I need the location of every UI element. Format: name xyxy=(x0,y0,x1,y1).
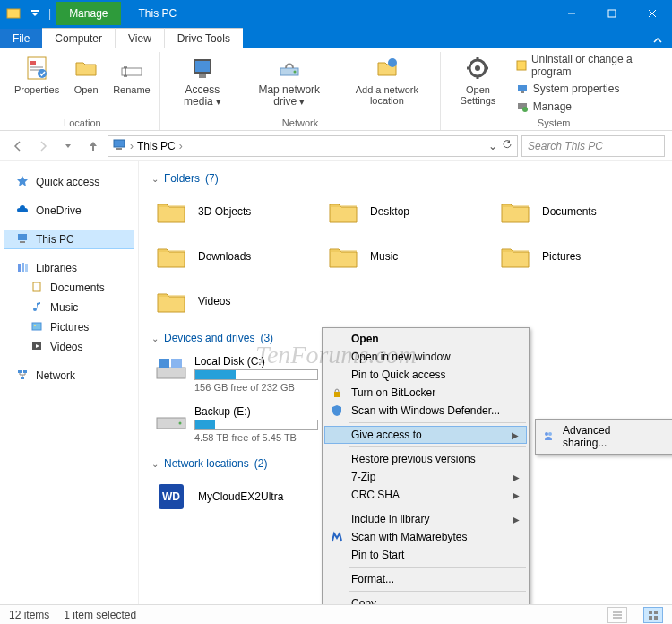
ribbon-tabs: File Computer View Drive Tools xyxy=(0,27,672,48)
ribbon-group-label: Network xyxy=(166,116,435,130)
view-tab[interactable]: View xyxy=(115,28,164,48)
add-network-location-button[interactable]: Add a network location xyxy=(339,52,435,108)
ctx-pin-quick-access[interactable]: Pin to Quick access xyxy=(324,366,527,384)
ctx-include-in-library[interactable]: Include in library▶ xyxy=(324,510,527,528)
open-settings-button[interactable]: Open Settings xyxy=(446,52,509,108)
music-icon xyxy=(30,300,45,315)
map-drive-icon xyxy=(275,54,304,82)
rename-icon xyxy=(117,54,146,82)
folder-tile[interactable]: Documents xyxy=(495,192,646,231)
nav-lib-documents[interactable]: Documents xyxy=(18,278,134,298)
open-button[interactable]: Open xyxy=(66,52,106,97)
nav-lib-music[interactable]: Music xyxy=(18,298,134,317)
properties-button[interactable]: Properties xyxy=(11,52,63,97)
svg-point-42 xyxy=(34,325,36,326)
ctx-pin-to-start[interactable]: Pin to Start xyxy=(324,546,527,564)
forward-button[interactable] xyxy=(32,135,54,157)
nav-lib-videos[interactable]: Videos xyxy=(18,337,134,357)
nav-quick-access[interactable]: Quick access xyxy=(4,172,134,192)
quick-access-toolbar: | xyxy=(0,5,56,22)
thumbnails-view-button[interactable] xyxy=(643,607,663,623)
svg-rect-47 xyxy=(157,368,185,378)
folder-tile[interactable]: 3D Objects xyxy=(151,192,302,231)
svg-rect-16 xyxy=(195,61,210,72)
ctx-open-new-window[interactable]: Open in new window xyxy=(324,348,527,366)
drive-tile[interactable]: Backup (E:)4.58 TB free of 5.45 TB xyxy=(151,402,322,446)
svg-rect-32 xyxy=(114,140,125,147)
cloud-icon xyxy=(16,204,30,218)
share-icon xyxy=(542,429,556,444)
submenu-arrow-icon: ▶ xyxy=(513,472,520,482)
group-folders-header[interactable]: ⌄Folders (7) xyxy=(151,169,659,192)
collapse-ribbon-button[interactable] xyxy=(643,35,672,48)
manage-button[interactable]: Manage xyxy=(513,99,661,115)
folder-icon xyxy=(497,238,533,274)
nav-network[interactable]: Network xyxy=(4,366,134,386)
system-properties-button[interactable]: System properties xyxy=(513,81,661,97)
nav-onedrive[interactable]: OneDrive xyxy=(4,201,134,221)
folder-tile[interactable]: Downloads xyxy=(151,237,302,276)
pictures-icon xyxy=(30,320,45,334)
ctx-format[interactable]: Format... xyxy=(324,570,527,588)
media-icon xyxy=(188,54,217,82)
ctx-malwarebytes[interactable]: Scan with Malwarebytes xyxy=(324,528,527,546)
rename-label: Rename xyxy=(113,84,151,95)
open-settings-label: Open Settings xyxy=(450,84,505,106)
svg-rect-0 xyxy=(7,9,20,18)
ctx-crc-sha[interactable]: CRC SHA▶ xyxy=(324,486,527,504)
svg-point-10 xyxy=(38,69,47,78)
recent-dropdown[interactable] xyxy=(57,135,79,157)
submenu-give-access: Advanced sharing... xyxy=(535,419,672,455)
ctx-7zip[interactable]: 7-Zip▶ xyxy=(324,468,527,486)
network-location-tile[interactable]: WDMyCloudEX2Ultra xyxy=(151,477,302,516)
svg-text:WD: WD xyxy=(162,490,180,503)
folder-tile[interactable]: Videos xyxy=(151,282,302,321)
ctx-defender[interactable]: Scan with Windows Defender... xyxy=(324,402,527,420)
drive-tile[interactable]: Local Disk (C:)156 GB free of 232 GB xyxy=(151,351,322,396)
svg-rect-46 xyxy=(21,377,24,379)
status-bar: 12 items 1 item selected xyxy=(0,604,672,624)
map-drive-button[interactable]: Map network drive ▾ xyxy=(243,52,335,109)
context-menu: Open Open in new window Pin to Quick acc… xyxy=(322,327,530,624)
app-icon xyxy=(5,5,22,22)
search-input[interactable]: Search This PC xyxy=(521,135,665,157)
star-icon xyxy=(16,175,30,189)
close-button[interactable] xyxy=(632,0,672,27)
folder-tile[interactable]: Pictures xyxy=(495,237,646,276)
ctx-bitlocker[interactable]: Turn on BitLocker xyxy=(324,384,527,402)
breadcrumb[interactable]: This PC xyxy=(137,140,176,152)
doc-icon xyxy=(30,281,45,295)
rename-button[interactable]: Rename xyxy=(109,52,154,97)
address-dropdown-icon[interactable]: ⌄ xyxy=(488,140,497,152)
qat-dropdown-icon[interactable] xyxy=(27,5,43,22)
folder-icon xyxy=(153,194,189,230)
separator xyxy=(349,507,526,507)
folder-tile[interactable]: Music xyxy=(323,237,474,276)
maximize-button[interactable] xyxy=(591,0,632,27)
folder-tile[interactable]: Desktop xyxy=(323,192,474,231)
drive-name: Local Disk (C:) xyxy=(194,355,318,368)
details-view-button[interactable] xyxy=(607,607,627,623)
ctx-restore-previous[interactable]: Restore previous versions xyxy=(324,450,527,468)
file-tab[interactable]: File xyxy=(0,29,42,48)
access-media-label: Access media ▾ xyxy=(169,84,236,108)
nav-lib-pictures[interactable]: Pictures xyxy=(18,317,134,337)
nav-libraries[interactable]: Libraries xyxy=(4,258,134,278)
nav-this-pc[interactable]: This PC xyxy=(4,230,134,249)
chevron-down-icon: ⌄ xyxy=(151,459,159,469)
submenu-advanced-sharing[interactable]: Advanced sharing... xyxy=(538,421,672,452)
folder-label: Downloads xyxy=(198,250,251,263)
submenu-arrow-icon: ▶ xyxy=(513,515,520,524)
ctx-give-access-to[interactable]: Give access to▶ xyxy=(324,426,527,444)
minimize-button[interactable] xyxy=(551,0,591,27)
uninstall-button[interactable]: Uninstall or change a program xyxy=(513,52,661,79)
computer-tab[interactable]: Computer xyxy=(42,28,115,48)
properties-label: Properties xyxy=(14,84,59,95)
ctx-open[interactable]: Open xyxy=(324,330,527,348)
address-bar[interactable]: › This PC › ⌄ xyxy=(108,135,518,157)
back-button[interactable] xyxy=(7,135,29,157)
drive-tools-tab[interactable]: Drive Tools xyxy=(164,28,243,48)
up-button[interactable] xyxy=(82,135,104,157)
refresh-button[interactable] xyxy=(501,138,513,153)
access-media-button[interactable]: Access media ▾ xyxy=(166,52,239,109)
